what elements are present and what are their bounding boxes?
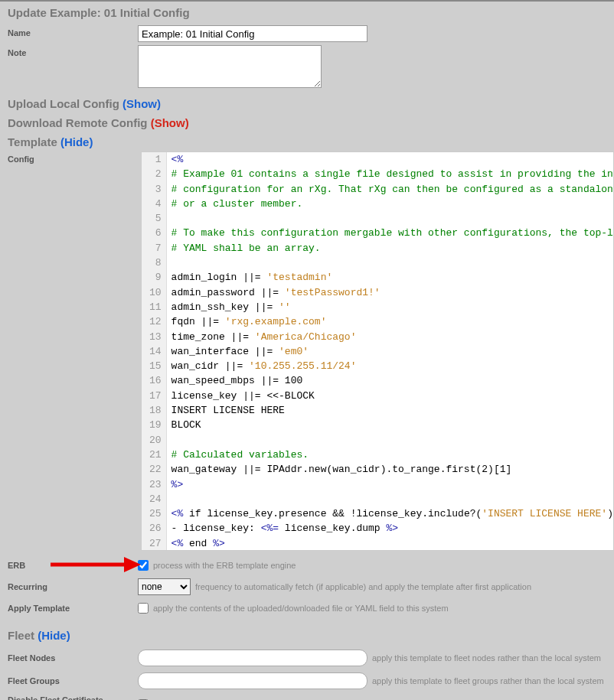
- template-toggle[interactable]: (Hide): [60, 135, 93, 148]
- row-fleet-groups: Fleet Groups apply this template to flee…: [8, 672, 606, 689]
- erb-label: ERB: [8, 561, 138, 570]
- row-recurring: Recurring none frequency to automaticall…: [8, 578, 606, 595]
- upload-toggle[interactable]: (Show): [122, 97, 161, 110]
- fleet-nodes-desc: apply this template to fleet nodes rathe…: [372, 653, 601, 663]
- template-options: ERB process with the ERB template engine…: [0, 555, 614, 626]
- apply-desc: apply the contents of the uploaded/downl…: [153, 604, 449, 613]
- update-config-panel: Update Example: 01 Initial Config Name N…: [0, 0, 614, 700]
- apply-template-checkbox[interactable]: [138, 603, 149, 614]
- section-fleet: Fleet (Hide): [0, 626, 614, 645]
- template-label: Template: [8, 135, 57, 148]
- row-apply-template: Apply Template apply the contents of the…: [8, 603, 606, 614]
- config-label: Config: [8, 151, 141, 164]
- row-name: Name: [8, 25, 606, 42]
- template-area: Config 1 2 3 4 5 6 7 8 9 10 11 12 13 14 …: [0, 151, 614, 555]
- fleet-groups-label: Fleet Groups: [8, 676, 138, 685]
- code-lines[interactable]: <% # Example 01 contains a single file d…: [167, 152, 613, 550]
- recurring-select[interactable]: none: [138, 578, 191, 595]
- section-template: Template (Hide): [0, 132, 614, 151]
- section-download: Download Remote Config (Show): [0, 113, 614, 132]
- download-label: Download Remote Config: [8, 116, 148, 129]
- row-erb: ERB process with the ERB template engine: [8, 560, 606, 571]
- fleet-groups-input[interactable]: [138, 672, 367, 689]
- upload-label: Upload Local Config: [8, 97, 119, 110]
- recurring-desc: frequency to automatically fetch (if app…: [195, 582, 531, 591]
- note-label: Note: [8, 45, 138, 57]
- name-label: Name: [8, 25, 138, 37]
- section-upload: Upload Local Config (Show): [0, 94, 614, 113]
- form-body: Name Note: [0, 24, 614, 94]
- panel-title: Update Example: 01 Initial Config: [0, 2, 614, 24]
- erb-checkbox[interactable]: [138, 560, 149, 571]
- disable-cert-label: Disable Fleet Certificate Verification: [8, 695, 138, 700]
- row-fleet-nodes: Fleet Nodes apply this template to fleet…: [8, 650, 606, 666]
- fleet-nodes-input[interactable]: [138, 650, 367, 666]
- row-disable-cert: Disable Fleet Certificate Verification o…: [8, 695, 606, 700]
- erb-desc: process with the ERB template engine: [153, 561, 296, 570]
- fleet-nodes-label: Fleet Nodes: [8, 653, 138, 663]
- config-code-editor[interactable]: 1 2 3 4 5 6 7 8 9 10 11 12 13 14 15 16 1…: [141, 151, 614, 551]
- code-gutter: 1 2 3 4 5 6 7 8 9 10 11 12 13 14 15 16 1…: [142, 152, 167, 550]
- note-textarea[interactable]: [138, 45, 322, 88]
- fleet-groups-desc: apply this template to fleet groups rath…: [372, 676, 604, 685]
- recurring-label: Recurring: [8, 582, 138, 591]
- fleet-label: Fleet: [8, 629, 34, 642]
- fleet-options: Fleet Nodes apply this template to fleet…: [0, 645, 614, 700]
- apply-label: Apply Template: [8, 604, 138, 613]
- name-input[interactable]: [138, 25, 367, 42]
- download-toggle[interactable]: (Show): [151, 116, 189, 129]
- fleet-toggle[interactable]: (Hide): [38, 629, 70, 642]
- row-note: Note: [8, 45, 606, 88]
